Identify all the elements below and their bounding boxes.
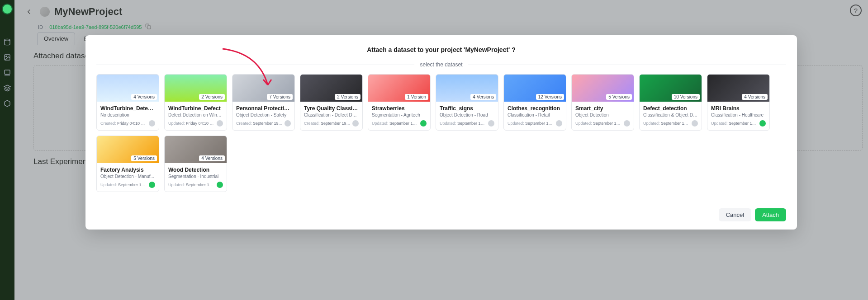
version-badge: 12 Versions <box>536 94 564 100</box>
dataset-card[interactable]: 4 Versions Wood Detection Segmentation -… <box>164 136 227 192</box>
attach-button[interactable]: Attach <box>755 208 786 221</box>
nav-deploy-icon[interactable] <box>3 99 11 108</box>
dataset-title: Factory Analysis <box>100 167 155 173</box>
dataset-thumbnail: 5 Versions <box>572 75 634 102</box>
version-badge: 4 Versions <box>199 155 225 161</box>
version-badge: 4 Versions <box>742 94 768 100</box>
dataset-subtitle: Segmentation - Agritech <box>372 112 427 117</box>
dataset-thumbnail: 5 Versions <box>97 136 159 163</box>
nav-models-icon[interactable] <box>3 69 11 77</box>
modal-title: Attach a dataset to your project 'MyNewP… <box>96 46 786 53</box>
dataset-owner-avatar <box>149 120 155 127</box>
dataset-title: Smart_city <box>575 105 630 112</box>
svg-rect-3 <box>5 70 10 74</box>
dataset-card[interactable]: 1 Version Strawberries Segmentation - Ag… <box>368 74 431 131</box>
dataset-card[interactable]: 12 Versions Clothes_recognition Classifi… <box>503 74 566 131</box>
nav-images-icon[interactable] <box>3 53 11 61</box>
dataset-owner-avatar <box>420 120 427 127</box>
dataset-meta: Created: September 19 a... <box>304 121 351 126</box>
dataset-meta: Created: September 19 a... <box>236 121 283 126</box>
left-nav-rail <box>0 0 14 300</box>
dataset-owner-avatar <box>217 182 223 188</box>
dataset-thumbnail: 2 Versions <box>300 75 362 102</box>
dataset-thumbnail: 4 Versions <box>436 75 498 102</box>
dataset-card[interactable]: 10 Versions Defect_detection Classificat… <box>639 74 702 131</box>
dataset-card[interactable]: 4 Versions MRI Brains Classification - H… <box>707 74 770 131</box>
dataset-card[interactable]: 4 Versions WindTurbine_Detect... No desc… <box>96 74 159 131</box>
dataset-meta: Updated: September 19 ... <box>643 121 690 126</box>
dataset-subtitle: Object Detection - Manuf... <box>100 174 155 179</box>
dataset-owner-avatar <box>285 120 291 127</box>
version-badge: 5 Versions <box>606 94 632 100</box>
dataset-title: MRI Brains <box>711 105 766 112</box>
dataset-card[interactable]: 2 Versions Tyre Quality Classif... Class… <box>300 74 363 131</box>
dataset-subtitle: Defect Detection on Wind... <box>168 112 223 117</box>
dataset-title: WindTurbine_Defect <box>168 105 223 112</box>
dataset-subtitle: Classification & Object De... <box>643 112 698 117</box>
dataset-thumbnail: 12 Versions <box>504 75 566 102</box>
dataset-subtitle: Object Detection - Safety <box>236 112 291 117</box>
dataset-subtitle: Classification - Defect Det... <box>304 112 359 117</box>
dataset-owner-avatar <box>692 120 698 127</box>
dataset-title: Traffic_signs <box>440 105 494 112</box>
dataset-card[interactable]: 5 Versions Smart_city Object Detection U… <box>571 74 634 131</box>
dataset-meta: Updated: September 19 ... <box>575 121 622 126</box>
dataset-meta: Updated: September 19 ... <box>711 121 758 126</box>
dataset-card[interactable]: 5 Versions Factory Analysis Object Detec… <box>96 136 159 192</box>
dataset-meta: Updated: September 19 ... <box>100 183 147 187</box>
dataset-meta: Updated: Friday 04:10 PM <box>168 121 215 126</box>
svg-marker-5 <box>4 85 10 88</box>
dataset-thumbnail: 2 Versions <box>165 75 227 102</box>
dataset-owner-avatar <box>149 182 155 188</box>
version-badge: 5 Versions <box>131 155 157 161</box>
dataset-card[interactable]: 4 Versions Traffic_signs Object Detectio… <box>436 74 498 131</box>
select-dataset-label: select the dataset <box>420 61 462 68</box>
version-badge: 4 Versions <box>131 94 157 100</box>
nav-data-icon[interactable] <box>3 38 11 46</box>
version-badge: 2 Versions <box>199 94 225 100</box>
dataset-title: Clothes_recognition <box>508 105 562 112</box>
version-badge: 10 Versions <box>672 94 700 100</box>
dataset-meta: Created: Friday 04:10 PM <box>100 121 147 126</box>
dataset-owner-avatar <box>759 120 766 127</box>
version-badge: 7 Versions <box>267 94 293 100</box>
dataset-subtitle: Object Detection <box>575 112 630 117</box>
dataset-title: WindTurbine_Detect... <box>100 105 155 112</box>
dataset-thumbnail: 4 Versions <box>707 75 769 102</box>
dataset-title: Strawberries <box>372 105 427 112</box>
dataset-thumbnail: 4 Versions <box>165 136 227 163</box>
nav-layers-icon[interactable] <box>3 84 11 92</box>
version-badge: 1 Version <box>405 94 428 100</box>
dataset-meta: Updated: September 19 ... <box>440 121 486 126</box>
dataset-title: Defect_detection <box>643 105 698 112</box>
dataset-subtitle: Classification - Healthcare <box>711 112 766 117</box>
dataset-subtitle: No description <box>100 112 155 117</box>
dataset-owner-avatar <box>624 120 630 127</box>
dataset-card[interactable]: 2 Versions WindTurbine_Defect Defect Det… <box>164 74 227 131</box>
dataset-owner-avatar <box>352 120 359 127</box>
cancel-button[interactable]: Cancel <box>719 208 751 221</box>
version-badge: 4 Versions <box>470 94 496 100</box>
dataset-owner-avatar <box>217 120 223 127</box>
dataset-card[interactable]: 7 Versions Personnal Protectio... Object… <box>232 74 295 131</box>
svg-point-0 <box>5 39 10 41</box>
dataset-meta: Updated: September 19 ... <box>372 121 418 126</box>
dataset-title: Tyre Quality Classif... <box>304 105 359 112</box>
dataset-meta: Updated: September 19 ... <box>508 121 554 126</box>
dataset-title: Wood Detection <box>168 167 223 173</box>
dataset-thumbnail: 10 Versions <box>640 75 702 102</box>
dataset-meta: Updated: September 19 ... <box>168 183 215 187</box>
dataset-owner-avatar <box>488 120 494 127</box>
app-logo[interactable] <box>2 4 13 14</box>
dataset-subtitle: Object Detection - Road <box>440 112 494 117</box>
dataset-thumbnail: 1 Version <box>368 75 430 102</box>
svg-point-2 <box>6 56 7 57</box>
attach-dataset-modal: Attach a dataset to your project 'MyNewP… <box>85 35 797 230</box>
dataset-title: Personnal Protectio... <box>236 105 291 112</box>
dataset-thumbnail: 4 Versions <box>97 75 159 102</box>
version-badge: 2 Versions <box>335 94 360 100</box>
dataset-subtitle: Segmentation - Industrial <box>168 174 223 179</box>
dataset-subtitle: Classification - Retail <box>508 112 562 117</box>
dataset-owner-avatar <box>556 120 562 127</box>
dataset-thumbnail: 7 Versions <box>232 75 294 102</box>
